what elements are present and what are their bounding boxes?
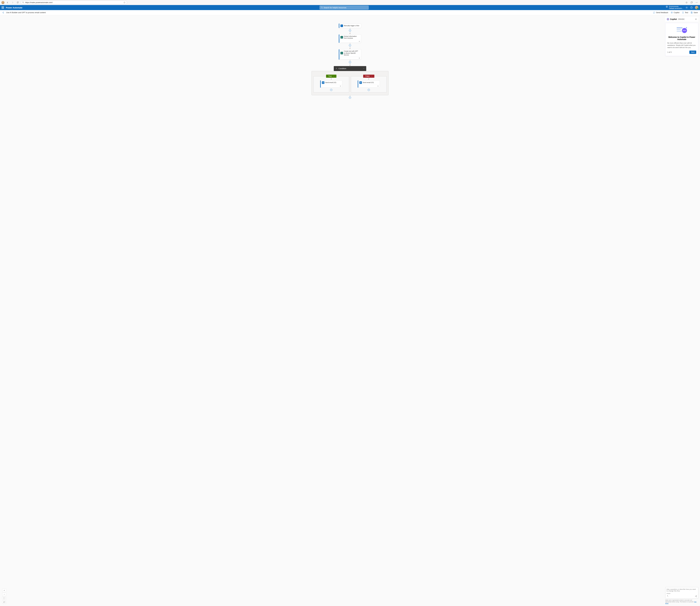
app-header: Power Automate Search for helpful resour… xyxy=(0,5,700,10)
svg-rect-23 xyxy=(677,29,681,30)
svg-rect-12 xyxy=(341,37,342,38)
send-icon[interactable] xyxy=(695,595,697,597)
svg-point-13 xyxy=(359,41,359,42)
copilot-welcome-title: Welcome to Copilot in Power Automate xyxy=(668,36,696,41)
app-name[interactable]: Power Automate xyxy=(6,6,22,9)
copilot-placeholder: Ask a question or describe how you want … xyxy=(667,588,697,592)
svg-point-5 xyxy=(321,7,322,8)
svg-point-7 xyxy=(686,7,687,8)
environment-picker[interactable]: Environments Default environm... xyxy=(666,6,683,9)
search-icon xyxy=(22,2,24,3)
svg-rect-24 xyxy=(677,31,682,32)
chevron-up-icon xyxy=(371,75,372,77)
copilot-welcome-card: Welcome to Copilot in Power Automate Be … xyxy=(665,23,698,56)
chevron-up-icon xyxy=(333,75,334,77)
false-branch: False ▼ Send email (V2) + xyxy=(351,76,387,93)
trigger-icon xyxy=(341,24,343,27)
flow-card-email-true[interactable]: Send email (V2) xyxy=(320,80,342,88)
header-search[interactable]: Search for helpful resources xyxy=(320,6,369,9)
back-icon[interactable] xyxy=(6,1,9,4)
designer-canvas[interactable]: Manually trigger a flow +▼ Extract infor… xyxy=(0,15,700,606)
svg-rect-1 xyxy=(691,2,692,3)
svg-point-17 xyxy=(340,86,341,86)
true-branch: True ▼ Send email (V2) + xyxy=(313,76,349,93)
ai-icon xyxy=(341,36,343,39)
send-feedback-button[interactable]: Send feedback xyxy=(653,11,668,14)
add-step-button[interactable]: + xyxy=(330,89,332,91)
copilot-step-indicator: 1 of 3 xyxy=(668,51,672,53)
fit-screen-button[interactable] xyxy=(2,597,6,600)
star-outline-icon[interactable] xyxy=(123,1,125,4)
condition-container: True ▼ Send email (V2) + xyxy=(311,71,389,95)
add-step-button[interactable]: + xyxy=(349,44,351,46)
copilot-illustration xyxy=(668,25,696,35)
forward-icon[interactable] xyxy=(10,1,15,4)
false-label[interactable]: False xyxy=(363,75,374,78)
flow-toolbar: Use AI Builder and GPT to process email … xyxy=(0,10,700,15)
svg-rect-22 xyxy=(677,27,682,28)
favorites-icon[interactable] xyxy=(684,1,689,4)
help-icon[interactable] xyxy=(690,6,693,9)
flow-card-extract[interactable]: Extract information from invoices xyxy=(339,34,361,43)
char-counter: 0/2000 xyxy=(667,593,697,594)
ai-icon xyxy=(341,52,343,54)
add-step-button[interactable]: + xyxy=(349,29,351,32)
flow-title: Use AI Builder and GPT to process email … xyxy=(6,11,46,14)
view-icon[interactable] xyxy=(358,41,360,42)
zoom-controls: + − xyxy=(2,589,6,604)
svg-point-27 xyxy=(684,30,685,31)
chevron-down-icon xyxy=(363,68,365,69)
url-text: https://make.powerautomate.com/ xyxy=(25,1,122,3)
svg-rect-14 xyxy=(341,52,342,54)
view-icon[interactable] xyxy=(377,85,379,87)
svg-point-19 xyxy=(378,86,378,86)
copilot-welcome-body: Be more efficient than ever with AI assi… xyxy=(668,42,696,49)
svg-point-0 xyxy=(23,2,24,3)
sparkle-icon[interactable] xyxy=(667,595,669,597)
add-step-button[interactable]: + xyxy=(368,89,370,91)
save-icon xyxy=(691,11,693,14)
app-launcher-icon[interactable] xyxy=(2,6,4,9)
copilot-input[interactable]: Ask a question or describe how you want … xyxy=(665,587,698,599)
add-step-button[interactable]: + xyxy=(349,96,351,99)
copilot-input-area: Ask a question or describe how you want … xyxy=(665,587,698,604)
svg-point-11 xyxy=(342,26,342,26)
true-label[interactable]: True xyxy=(326,75,336,78)
flow-card-gpt[interactable]: Create text with GPT on Azure OpenAI Ser… xyxy=(339,49,361,60)
minimap-button[interactable] xyxy=(2,600,6,604)
env-name: Default environm... xyxy=(669,7,683,9)
add-step-button[interactable]: + xyxy=(349,61,351,63)
feedback-icon xyxy=(653,11,655,14)
outlook-icon xyxy=(359,81,362,84)
condition-card[interactable]: Condition xyxy=(334,66,366,71)
condition-icon xyxy=(335,68,337,69)
copilot-button[interactable]: Copilot xyxy=(671,11,679,14)
close-icon[interactable] xyxy=(695,18,697,20)
test-button[interactable]: Test xyxy=(682,11,688,14)
flow-card-email-false[interactable]: Send email (V2) xyxy=(358,80,380,88)
settings-icon[interactable] xyxy=(685,6,688,9)
browser-chrome: https://make.powerautomate.com/ xyxy=(0,0,700,5)
zoom-in-button[interactable]: + xyxy=(2,589,6,592)
preview-badge: PREVIEW xyxy=(678,18,685,20)
view-icon[interactable] xyxy=(340,85,341,87)
copilot-next-button[interactable]: Next xyxy=(690,50,696,54)
user-avatar[interactable] xyxy=(695,6,698,9)
copilot-title: Copilot xyxy=(670,18,677,20)
environment-icon xyxy=(666,6,668,8)
copilot-icon xyxy=(671,11,673,14)
collections-icon[interactable] xyxy=(690,1,694,4)
svg-point-26 xyxy=(683,30,684,31)
svg-point-15 xyxy=(359,58,359,58)
view-icon[interactable] xyxy=(358,57,360,59)
profile-avatar[interactable] xyxy=(1,1,4,4)
more-icon[interactable] xyxy=(695,1,699,4)
url-bar[interactable]: https://make.powerautomate.com/ xyxy=(21,1,127,4)
flow-card-trigger[interactable]: Manually trigger a flow xyxy=(339,24,361,28)
back-arrow-icon[interactable] xyxy=(2,11,4,14)
flask-icon xyxy=(682,11,684,14)
copilot-panel: Copilot PREVIEW Welcome to Copilot in Po… xyxy=(665,17,698,56)
zoom-out-button[interactable]: − xyxy=(2,592,6,596)
refresh-icon[interactable] xyxy=(16,1,20,4)
save-button[interactable]: Save xyxy=(691,11,698,14)
